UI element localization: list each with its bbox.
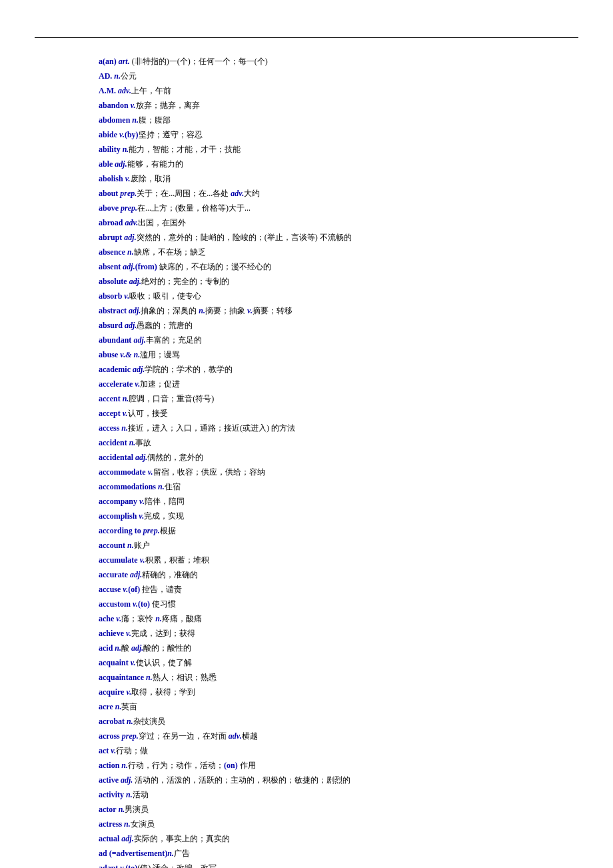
- definition: 账户: [134, 541, 150, 550]
- vocab-entry: accustom v.(to) 使习惯: [99, 597, 576, 611]
- part-of-speech: n.: [167, 849, 174, 858]
- part-of-speech: v.: [135, 379, 140, 389]
- vocab-entry: accidental adj.偶然的，意外的: [99, 450, 576, 465]
- part-of-speech: adj.: [121, 834, 133, 843]
- headword: activity: [99, 790, 124, 799]
- vocab-entry: acid n.酸 adj.酸的；酸性的: [99, 641, 576, 655]
- vocab-entry: a(an) art. (非特指的)一(个)；任何一个；每一(个): [99, 54, 576, 69]
- headword: (from): [135, 262, 157, 271]
- vocab-entry: abandon v.放弃；抛弃，离弃: [99, 98, 576, 113]
- vocab-entry: accompany v.陪伴，陪同: [99, 494, 576, 509]
- part-of-speech: v.: [123, 409, 128, 418]
- definition: 完成，达到；获得: [131, 629, 195, 638]
- definition: 活动: [133, 790, 149, 799]
- headword: abundant: [99, 335, 131, 345]
- vocab-entry: abide v.(by)坚持；遵守；容忍: [99, 127, 576, 142]
- part-of-speech: prep.: [143, 526, 160, 535]
- definition: 在...上方；(数量，价格等)大于...: [137, 203, 251, 213]
- definition: 疼痛，酸痛: [162, 614, 202, 623]
- definition: 能力，智能；才能，才干；技能: [129, 145, 241, 154]
- definition: 使习惯: [150, 599, 176, 609]
- vocab-entry: accommodate v.留宿，收容；供应，供给；容纳: [99, 465, 576, 479]
- definition: (使) 适合；改编，改写: [137, 863, 217, 868]
- headword: abuse: [99, 350, 118, 359]
- headword: acquire: [99, 687, 124, 697]
- part-of-speech: n.: [132, 115, 139, 125]
- part-of-speech: v.: [139, 497, 145, 506]
- part-of-speech: n.: [121, 761, 128, 770]
- headword: absence: [99, 247, 125, 257]
- headword: acquaint: [99, 658, 129, 667]
- part-of-speech: n.: [115, 643, 121, 653]
- definition: 丰富的；充足的: [146, 335, 202, 345]
- headword: (on): [224, 761, 238, 770]
- headword: (=advertisement): [109, 849, 167, 858]
- vocab-entry: achieve v.完成，达到；获得: [99, 626, 576, 641]
- headword: absent: [99, 262, 121, 271]
- vocab-entry: acquire v.取得，获得；学到: [99, 685, 576, 699]
- vocab-entry: accelerate v.加速；促进: [99, 377, 576, 391]
- headword: above: [99, 203, 119, 213]
- part-of-speech: v.: [119, 130, 125, 139]
- definition: 缺席，不在场；缺乏: [134, 247, 206, 257]
- headword: accommodate: [99, 467, 146, 477]
- definition: 坚持；遵守；容忍: [139, 130, 203, 139]
- headword: accomplish: [99, 511, 137, 521]
- headword: accuse: [99, 585, 121, 594]
- part-of-speech: n.: [134, 350, 141, 359]
- definition: 摘要；转移: [253, 306, 293, 315]
- definition: 陪伴，陪同: [145, 497, 185, 506]
- definition: 能够，有能力的: [127, 159, 183, 169]
- definition: 接近，进入；入口，通路；接近(或进入) 的方法: [128, 423, 295, 433]
- part-of-speech: v.: [148, 467, 153, 477]
- headword: AD.: [99, 71, 112, 81]
- definition: 活动的，活泼的，活跃的；主动的，积极的；敏捷的；剧烈的: [133, 775, 350, 785]
- definition: 放弃；抛弃，离弃: [136, 101, 200, 110]
- headword: abrupt: [99, 233, 122, 242]
- headword: absurd: [99, 321, 123, 330]
- headword: ache: [99, 614, 114, 623]
- definition: 摘要；抽象: [205, 306, 247, 315]
- vocab-entry: academic adj.学院的；学术的，教学的: [99, 362, 576, 377]
- definition: 使认识，使了解: [136, 658, 192, 667]
- part-of-speech: v.: [133, 599, 138, 609]
- vocab-entry: active adj. 活动的，活泼的，活跃的；主动的，积极的；敏捷的；剧烈的: [99, 773, 576, 787]
- vocab-entry: about prep.关于；在...周围；在...各处 adv.大约: [99, 186, 576, 201]
- headword: abandon: [99, 101, 129, 110]
- part-of-speech: adv.: [229, 731, 242, 741]
- definition: 偶然的，意外的: [147, 453, 203, 462]
- definition: 绝对的；完全的；专制的: [141, 277, 229, 286]
- headword: achieve: [99, 629, 124, 638]
- vocab-entry: absence n.缺席，不在场；缺乏: [99, 245, 576, 259]
- headword: actor: [99, 805, 117, 814]
- headword: across: [99, 731, 120, 741]
- headword: accelerate: [99, 379, 133, 389]
- headword: accident: [99, 438, 127, 447]
- vocabulary-list: a(an) art. (非特指的)一(个)；任何一个；每一(个)AD. n.公元…: [37, 54, 576, 868]
- headword: account: [99, 541, 125, 550]
- headword: A.M.: [99, 86, 116, 95]
- headword: actual: [99, 834, 119, 843]
- headword: accommodations: [99, 482, 156, 491]
- headword: academic: [99, 365, 131, 374]
- part-of-speech: prep.: [121, 203, 137, 213]
- definition: 住宿: [165, 482, 181, 491]
- headword: absolute: [99, 277, 127, 286]
- definition: 腔调，口音；重音(符号): [129, 394, 214, 403]
- part-of-speech: adv.: [231, 189, 244, 198]
- headword: ability: [99, 145, 121, 154]
- vocab-entry: abrupt adj.突然的，意外的；陡峭的，险峻的；(举止，言谈等) 不流畅的: [99, 230, 576, 245]
- vocab-entry: abolish v.废除，取消: [99, 171, 576, 186]
- vocab-entry: able adj.能够，有能力的: [99, 157, 576, 171]
- headword: (to): [138, 599, 150, 609]
- definition: 突然的，意外的；陡峭的，险峻的；(举止，言谈等) 不流畅的: [137, 233, 352, 242]
- part-of-speech: adj.: [115, 159, 127, 169]
- vocab-entry: act v.行动；做: [99, 743, 576, 758]
- definition: 实际的，事实上的；真实的: [134, 834, 230, 843]
- definition: 认可，接受: [128, 409, 168, 418]
- definition: 积累，积蓄；堆积: [145, 555, 209, 565]
- part-of-speech: adj.: [125, 321, 137, 330]
- part-of-speech: prep.: [120, 189, 137, 198]
- headword: abstract: [99, 306, 127, 315]
- vocab-entry: accurate adj.精确的，准确的: [99, 567, 576, 582]
